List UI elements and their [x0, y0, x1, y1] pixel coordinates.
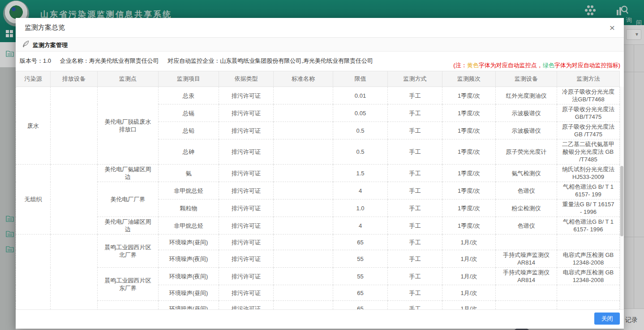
- table-cell: 无组织: [16, 165, 51, 234]
- table-cell: 排污许可证: [219, 139, 274, 165]
- table-cell: [557, 285, 620, 301]
- table-cell: 非甲烷总烃: [159, 217, 219, 234]
- info-bar: 版本号：1.0 企业名称：寿光美伦纸业有限责任公司 对应自动监控企业：山东晨鸣纸…: [16, 52, 624, 71]
- table-cell: 总汞: [159, 87, 219, 104]
- table-cell: 纳氏试剂分光光度法HJ533-2009: [557, 165, 620, 182]
- table-cell: 排污许可证: [219, 122, 274, 139]
- table-cell: 晨鸣工业园西片区东厂界: [98, 268, 159, 301]
- table-cell: 美伦电厂油罐区周边: [98, 217, 159, 234]
- table-cell: 1季度/次: [442, 217, 496, 234]
- table-cell: 示波极谱仪: [496, 104, 557, 122]
- table-cell: 色谱仪: [496, 182, 557, 200]
- table-cell: 排污许可证: [219, 301, 274, 310]
- table-cell: 1月/次: [442, 301, 496, 310]
- table-cell: 晨鸣工业园西片区北厂界: [98, 234, 159, 268]
- table-cell: 0.01: [333, 87, 388, 104]
- table-cell: 手工: [388, 250, 442, 268]
- table-cell: 总铅: [159, 122, 219, 139]
- table-cell: 排污许可证: [219, 250, 274, 268]
- version-label: 版本号：1.0: [20, 57, 51, 64]
- table-cell: 排污许可证: [219, 217, 274, 234]
- table-row: 废水美伦电厂脱硫废水排放口总汞排污许可证0.01手工1季度/次红外光度测油仪冷原…: [16, 87, 620, 104]
- table-cell: 排污许可证: [219, 87, 274, 104]
- table-cell: 非甲烷总烃: [159, 182, 219, 200]
- modal-titlebar: 监测方案总览 ×: [16, 18, 624, 38]
- note-text: (注：: [453, 62, 467, 69]
- table-cell: 原子吸收分光光度法GB/T7475: [557, 104, 620, 122]
- table-cell: 手工: [388, 182, 442, 200]
- scrollbar-thumb[interactable]: [620, 166, 623, 236]
- table-cell: [274, 285, 333, 301]
- table-cell: 1月/次: [442, 268, 496, 285]
- table-row: 无组织美伦电厂氨罐区周边氨排污许可证1.5手工1季度/次氨气检测仪纳氏试剂分光光…: [16, 165, 620, 182]
- table-cell: 原子吸收分光光度法GB /T7475: [557, 122, 620, 139]
- table-cell: 1季度/次: [442, 122, 496, 139]
- table-cell: 美伦电厂厂界: [98, 182, 159, 217]
- table-cell: 重量法G B/ T 16157 - 1996: [557, 200, 620, 217]
- table-cell: 手工: [388, 234, 442, 250]
- table-cell: 手工: [388, 104, 442, 122]
- table-cell: 环境噪声(昼间): [159, 285, 219, 301]
- table-cell: 电容式声压检测 GB12348-2008: [557, 250, 620, 268]
- table-row: 美伦电厂油罐区周边非甲烷总烃排污许可证4手工1季度/次色谱仪气相色谱法G B/ …: [16, 217, 620, 234]
- column-header: 排放设备: [51, 71, 98, 87]
- close-icon[interactable]: ×: [606, 22, 618, 34]
- table-cell: 手工: [388, 285, 442, 301]
- quill-pen-icon: [22, 40, 30, 50]
- column-header: 监测方式: [388, 71, 442, 87]
- table-cell: 1月/次: [442, 285, 496, 301]
- note-text: 字体为对应自动监控点，: [479, 62, 543, 69]
- table-cell: 示波极谱仪: [496, 122, 557, 139]
- table-cell: 手工: [388, 268, 442, 285]
- table-cell: 手持式噪声监测仪 AR814: [496, 250, 557, 268]
- table-cell: 1季度/次: [442, 182, 496, 200]
- column-header: 监测设备: [496, 71, 557, 87]
- table-cell: 总砷: [159, 139, 219, 165]
- table-cell: 环境噪声(昼间): [159, 301, 219, 310]
- table-cell: 原子荧光光度计: [496, 139, 557, 165]
- table-cell: 粉尘检测仪: [496, 200, 557, 217]
- close-button[interactable]: 关闭: [594, 313, 620, 325]
- table-cell: 氨气检测仪: [496, 165, 557, 182]
- table-cell: 气相色谱法G B/ T 16157- 199: [557, 182, 620, 200]
- table-cell: [51, 87, 98, 165]
- table-cell: [496, 285, 557, 301]
- table-cell: 55: [333, 250, 388, 268]
- table-cell: 废水: [16, 87, 51, 165]
- table-cell: 排污许可证: [219, 182, 274, 200]
- table-cell: 1月/次: [442, 250, 496, 268]
- table-cell: [496, 234, 557, 250]
- table-cell: 0.5: [333, 122, 388, 139]
- table-cell: 1季度/次: [442, 87, 496, 104]
- table-cell: [274, 165, 333, 182]
- column-header: 监测方法: [557, 71, 620, 87]
- table-cell: 排污许可证: [219, 200, 274, 217]
- table-cell: 手工: [388, 301, 442, 310]
- table-header-row: 污染源排放设备监测点监测项目依据类型标准名称限值监测方式监测频次监测设备监测方法: [16, 71, 620, 87]
- table-cell: 1季度/次: [442, 200, 496, 217]
- table-cell: [274, 104, 333, 122]
- table-row: 晨鸣工业园西片区北厂界环境噪声(昼间)排污许可证65手工1月/次: [16, 234, 620, 250]
- table-cell: [274, 250, 333, 268]
- table-cell: 手工: [388, 165, 442, 182]
- table-cell: 1.0: [333, 200, 388, 217]
- monitor-table-container: 污染源排放设备监测点监测项目依据类型标准名称限值监测方式监测频次监测设备监测方法…: [16, 71, 624, 309]
- plan-meta: 版本号：1.0 企业名称：寿光美伦纸业有限责任公司 对应自动监控企业：山东晨鸣纸…: [20, 57, 380, 65]
- table-cell: 手工: [388, 87, 442, 104]
- table-cell: [274, 87, 333, 104]
- table-cell: [557, 234, 620, 250]
- table-cell: 4: [333, 217, 388, 234]
- table-cell: 手工: [388, 217, 442, 234]
- monitor-plan-modal: 监测方案总览 × 监测方案管理 版本号：1.0 企业名称：寿光美伦纸业有限责任公…: [16, 18, 624, 329]
- table-cell: [274, 200, 333, 217]
- column-header: 监测项目: [159, 71, 219, 87]
- table-cell: 环境噪声(夜间): [159, 268, 219, 285]
- table-cell: [274, 182, 333, 200]
- table-row: 晨鸣工业园西片区南厂界环境噪声(昼间)排污许可证65手工1月/次: [16, 301, 620, 310]
- table-cell: [274, 217, 333, 234]
- note-yellow-word: 黄色: [467, 62, 479, 69]
- table-cell: 总镉: [159, 104, 219, 122]
- table-cell: 环境噪声(夜间): [159, 250, 219, 268]
- table-row: 晨鸣工业园西片区东厂界环境噪声(夜间)排污许可证55手工1月/次手持式噪声监测仪…: [16, 268, 620, 285]
- table-cell: 手工: [388, 139, 442, 165]
